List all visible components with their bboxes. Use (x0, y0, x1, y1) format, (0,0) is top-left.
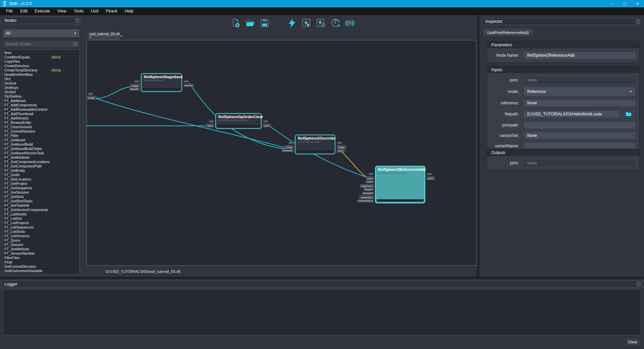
popout-icon[interactable]: ↗ (636, 19, 640, 23)
list-item[interactable]: FT_GetComponentLocations (4, 160, 79, 164)
open-file-icon[interactable] (245, 18, 255, 30)
list-item[interactable]: ConditionEquals(Beta) (4, 55, 79, 59)
input-field[interactable]: None (524, 100, 635, 106)
list-item[interactable]: FilterFiles (4, 256, 79, 260)
wire[interactable] (96, 87, 132, 98)
browse-file-button[interactable] (622, 110, 635, 118)
port[interactable]: filepath (183, 84, 194, 87)
list-item[interactable]: FT_ListShots (4, 230, 79, 234)
graph-node[interactable]: RefSphereOpOrderClear(UsdXformOpOrderCle… (215, 113, 262, 129)
port[interactable]: primpath (281, 149, 294, 152)
list-item[interactable]: Float (4, 260, 79, 264)
list-item[interactable]: FT_GetLocations (4, 177, 79, 182)
clear-button[interactable]: Clear (626, 338, 640, 346)
input-field[interactable]: None (524, 77, 635, 84)
list-item[interactable]: FT_GetShot (4, 195, 79, 199)
list-item[interactable]: Bool (4, 51, 79, 55)
list-item[interactable]: FT_GetSession (4, 190, 79, 195)
port[interactable]: reference (360, 184, 374, 188)
port-expand-icon[interactable]: >>> (337, 142, 342, 144)
menu-item-tools[interactable]: Tools (70, 8, 87, 14)
port-expand-icon[interactable]: >>> (209, 120, 214, 123)
menu-item-file[interactable]: File (3, 8, 16, 14)
list-item[interactable]: FT_SetAttribute (4, 247, 79, 251)
port[interactable]: prim (263, 124, 271, 127)
list-item[interactable]: FT_AddComponents (4, 103, 79, 107)
list-item[interactable]: FT_GetShotTasks (4, 199, 79, 203)
dropdown-field[interactable]: Reference▼ (524, 87, 635, 96)
list-item[interactable]: FT_GetTaskInfo (4, 203, 79, 208)
search-input[interactable]: Search Nodes... (3, 40, 80, 48)
port[interactable]: primpath (362, 192, 374, 195)
input-field[interactable] (524, 143, 635, 149)
list-item[interactable]: FT_GetSequence (4, 186, 79, 190)
list-item[interactable]: FT_GetId (4, 173, 79, 177)
node-type-list[interactable]: BoolConditionEquals(Beta)CopyFilesCreate… (3, 49, 80, 275)
input-field[interactable]: None (524, 132, 635, 139)
list-item[interactable]: FT_AddVersion (4, 116, 79, 120)
port[interactable]: stage (87, 96, 96, 99)
new-file-icon[interactable] (231, 18, 241, 30)
list-item[interactable]: FT_GetEntity (4, 168, 79, 173)
list-item[interactable]: FT_GetAsset (4, 138, 79, 142)
tab-close-icon[interactable]: ✕ (120, 34, 122, 38)
list-item[interactable]: FT_AddReviewableContent (4, 107, 79, 112)
inspected-node-tab[interactable]: UsdPrimReferenceAdd2 (483, 29, 533, 36)
close-button[interactable]: ✕ (631, 0, 644, 7)
menu-item-ftrack[interactable]: Ftrack (102, 8, 121, 14)
graph-node[interactable]: RefSphere2Override(UsdPrimOverride) (295, 135, 335, 154)
list-item[interactable]: GetCurrentDirectory (4, 264, 79, 269)
port[interactable]: filepath (363, 188, 374, 191)
list-item[interactable]: CreateTempDirectory(Beta) (4, 68, 79, 72)
live-execute-icon[interactable] (345, 18, 355, 30)
popout-icon[interactable]: ↗ (75, 18, 79, 22)
execute-selected-icon[interactable] (302, 18, 312, 30)
input-field[interactable]: D:/USD_TUTORIALS/03/HelloWorld.usda (524, 111, 619, 117)
node-graph-canvas[interactable]: >>>stageRefSphereStageSave(UsdStageSave)… (87, 40, 477, 266)
list-item[interactable]: FT_CloseSession (4, 125, 79, 129)
list-item[interactable]: FT_GetVersionComponents (4, 208, 79, 212)
list-item[interactable]: FT_GetAssetVersionTask (4, 151, 79, 155)
port[interactable]: stage (130, 84, 140, 87)
list-item[interactable]: DeadlineWorkflow (4, 72, 79, 77)
list-item[interactable]: DictGet (4, 81, 79, 86)
list-item[interactable]: FT_Query (4, 238, 79, 243)
port[interactable]: mode (365, 180, 374, 184)
list-item[interactable]: FT_GetComponentPath (4, 164, 79, 168)
port[interactable]: stage (284, 145, 294, 149)
port-expand-icon[interactable]: >>> (134, 80, 140, 83)
list-item[interactable]: FT_AddThumbnail (4, 112, 79, 116)
list-item[interactable]: CopyFiles (4, 59, 79, 64)
list-item[interactable]: FT_GetProject (4, 182, 79, 186)
port[interactable]: variantSet (359, 196, 374, 199)
minimize-button[interactable]: ─ (606, 0, 619, 7)
list-item[interactable]: FT_VersionNumber (4, 251, 79, 256)
list-item[interactable]: FT_GetAssetBuildTasks (4, 147, 79, 151)
port-expand-icon[interactable]: >>> (88, 93, 93, 95)
input-field[interactable]: None (524, 160, 635, 166)
list-item[interactable]: FT_Filter (4, 134, 79, 138)
graph-node[interactable]: RefSphere2ReferenceAdd(UsdPrimReferenceA… (375, 166, 425, 203)
list-item[interactable]: GetEnvironmentVariable (4, 269, 79, 273)
port[interactable]: stage (337, 145, 346, 149)
maximize-button[interactable]: ▢ (619, 0, 631, 7)
port-expand-icon[interactable]: >>> (368, 173, 374, 176)
node-category-dropdown[interactable]: All ▼ (3, 29, 80, 38)
port-expand-icon[interactable]: >>> (288, 142, 293, 144)
execute-from-icon[interactable] (316, 18, 326, 30)
document-tab[interactable]: usd_tutorial_03.sft * ✕ (87, 32, 120, 40)
list-item[interactable]: CreateDirectory (4, 64, 79, 68)
list-item[interactable]: FT_Session (4, 243, 79, 247)
port[interactable]: prim (366, 177, 374, 180)
list-item[interactable]: DictKeys (4, 86, 79, 90)
port-expand-icon[interactable]: >>> (427, 173, 432, 176)
list-item[interactable]: FT_BrowseEntity (4, 120, 79, 125)
menu-item-execute[interactable]: Execute (32, 8, 53, 14)
wire[interactable] (342, 152, 369, 179)
port[interactable]: filepath (129, 88, 140, 91)
execute-icon[interactable] (287, 18, 297, 30)
port[interactable]: prim (206, 124, 214, 127)
list-item[interactable]: FT_ListVersions (4, 234, 79, 238)
port[interactable]: variantName (357, 199, 374, 203)
port-expand-icon[interactable]: >>> (263, 120, 268, 123)
